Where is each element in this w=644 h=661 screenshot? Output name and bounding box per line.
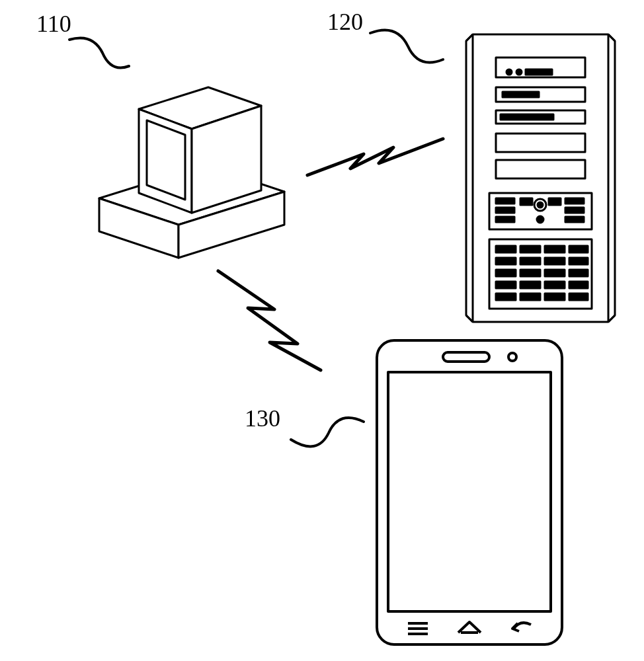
label-110: 110 xyxy=(36,10,71,38)
svg-rect-42 xyxy=(520,258,540,264)
svg-rect-25 xyxy=(496,198,514,204)
svg-rect-54 xyxy=(520,293,540,300)
label-130: 130 xyxy=(245,405,280,432)
svg-rect-19 xyxy=(503,92,539,97)
svg-rect-53 xyxy=(496,293,516,300)
svg-rect-50 xyxy=(520,282,540,288)
svg-rect-26 xyxy=(496,208,514,213)
svg-rect-40 xyxy=(569,246,588,253)
svg-rect-43 xyxy=(545,258,565,264)
svg-rect-34 xyxy=(549,198,561,205)
svg-rect-28 xyxy=(565,198,584,204)
svg-rect-58 xyxy=(443,352,489,362)
svg-rect-39 xyxy=(545,246,565,253)
leader-130 xyxy=(288,410,367,463)
svg-rect-46 xyxy=(520,270,540,276)
svg-rect-51 xyxy=(545,282,565,288)
label-120: 120 xyxy=(327,8,363,36)
svg-rect-55 xyxy=(545,293,565,300)
svg-point-15 xyxy=(506,69,512,75)
svg-rect-48 xyxy=(569,270,588,276)
svg-rect-22 xyxy=(496,134,585,152)
svg-rect-27 xyxy=(496,217,514,222)
svg-rect-38 xyxy=(520,246,540,253)
server-icon xyxy=(460,21,625,332)
svg-rect-41 xyxy=(496,258,516,264)
svg-point-35 xyxy=(537,216,543,223)
svg-marker-6 xyxy=(147,120,185,200)
svg-rect-52 xyxy=(569,282,588,288)
svg-rect-47 xyxy=(545,270,565,276)
svg-rect-21 xyxy=(501,114,553,120)
svg-rect-37 xyxy=(496,246,516,253)
wireless-link-computer-phone xyxy=(198,264,331,377)
svg-rect-30 xyxy=(565,217,584,222)
svg-rect-29 xyxy=(565,208,584,213)
svg-rect-45 xyxy=(496,270,516,276)
svg-rect-49 xyxy=(496,282,516,288)
svg-point-59 xyxy=(508,353,516,361)
svg-rect-44 xyxy=(569,258,588,264)
svg-rect-17 xyxy=(526,69,552,75)
smartphone-icon xyxy=(367,334,572,651)
svg-rect-23 xyxy=(496,160,585,178)
computer-icon xyxy=(73,59,304,271)
leader-120 xyxy=(367,26,446,73)
svg-point-33 xyxy=(538,202,543,208)
svg-rect-56 xyxy=(569,293,588,300)
wireless-link-computer-server xyxy=(301,129,453,202)
svg-point-16 xyxy=(516,69,522,75)
svg-rect-60 xyxy=(388,372,551,611)
diagram-canvas: 110 120 130 xyxy=(0,0,644,661)
svg-rect-31 xyxy=(520,198,532,205)
